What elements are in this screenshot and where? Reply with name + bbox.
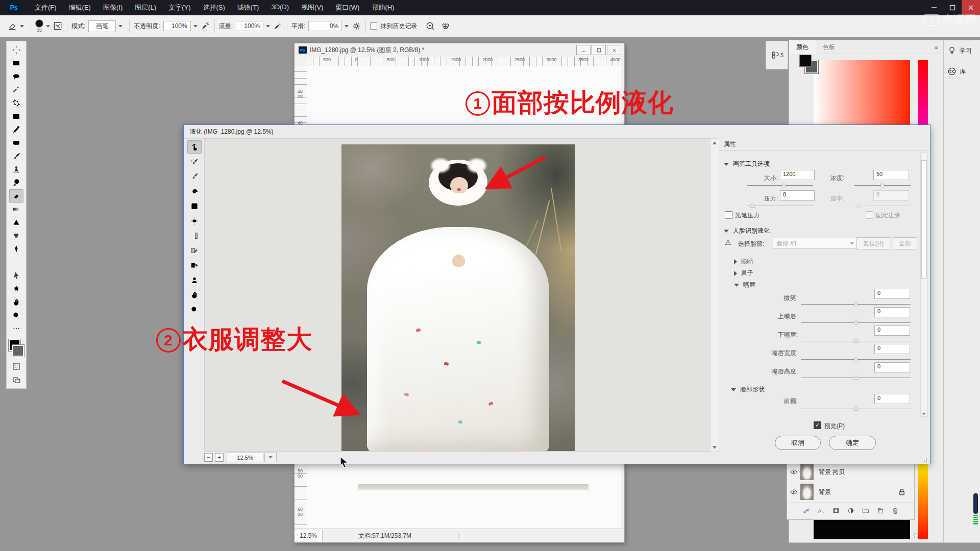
liquify-forward-warp-tool-icon[interactable] [187,140,202,154]
nose-section-header[interactable]: 鼻子 [734,269,753,278]
doc-maximize-icon[interactable] [592,45,606,55]
layer-style-fx-icon[interactable]: fx [817,507,825,515]
pin-edges-checkbox[interactable] [866,211,873,219]
hue-slider-thumb-icon[interactable] [915,533,918,538]
history-brush-tool-icon[interactable] [9,176,23,189]
ok-button[interactable]: 确定 [829,436,876,450]
liquify-push-left-tool-icon[interactable] [187,229,202,242]
rate-slider[interactable] [854,206,911,206]
foreground-background-swatches[interactable] [9,339,24,357]
horizontal-ruler[interactable]: 50005001000150020002500300035004000 [307,57,621,66]
document-title-bar[interactable]: Ps IMG_1280.jpg @ 12.5% (图层 2, RGB/8) * [295,43,624,57]
magic-wand-tool-icon[interactable] [9,83,23,96]
path-select-tool-icon[interactable] [9,269,23,282]
lock-icon[interactable] [897,487,907,497]
scrollbar-handle[interactable] [973,493,978,514]
opacity-caret-icon[interactable] [193,25,198,28]
mouth-slider[interactable] [801,322,911,323]
zoom-level-value[interactable]: 12.5% [227,453,263,462]
mouth-slider-input[interactable]: 0 [874,325,910,336]
more-tools-tool-icon[interactable] [9,322,23,335]
menu-item[interactable]: 帮助(H) [366,1,399,14]
size-slider[interactable] [747,185,813,186]
liquify-photo-preview[interactable] [341,144,575,451]
lasso-tool-icon[interactable] [9,70,23,83]
foreground-color-swatch[interactable] [799,55,812,67]
doc-close-icon[interactable] [607,45,621,55]
airbrush-icon[interactable] [273,21,283,31]
add-mask-icon[interactable] [832,507,840,515]
brush-picker-caret-icon[interactable] [46,25,50,28]
tab-color[interactable]: 颜色 [789,40,816,54]
status-chevron-icon[interactable]: 〉 [457,532,463,540]
menu-item[interactable]: 选择(S) [198,1,230,14]
marquee-tool-icon[interactable] [9,57,23,70]
tool-preset-caret-icon[interactable] [20,25,24,28]
liquify-title-bar[interactable]: 液化 (IMG_1280.jpg @ 12.5%) [184,125,930,139]
properties-scrollbar[interactable] [920,153,928,417]
link-layers-icon[interactable] [802,507,811,515]
tab-swatches[interactable]: 色板 [816,40,842,54]
reset-face-button[interactable]: 复位(R) [856,237,890,249]
layer-name[interactable]: 背景 拷贝 [819,468,845,477]
liquify-thaw-mask-tool-icon[interactable] [187,259,202,272]
liquify-pucker-tool-icon[interactable] [187,199,202,213]
menu-item[interactable]: 文件(F) [30,1,62,14]
symmetry-off-icon[interactable] [425,21,435,31]
liquify-twirl-tool-icon[interactable] [187,185,202,198]
clone-stamp-tool-icon[interactable] [9,163,23,176]
quick-mask-icon[interactable] [9,360,23,373]
brush-options-section-header[interactable]: 画笔工具选项 [724,160,770,168]
visibility-eye-icon[interactable] [787,488,800,496]
mouth-slider-input[interactable]: 0 [874,344,910,354]
zoom-in-button[interactable]: + [215,453,224,462]
face-liquify-section-header[interactable]: 人脸识别液化 [724,227,770,235]
mouth-slider[interactable] [801,341,911,341]
smudge-tool-icon[interactable] [9,229,23,242]
mode-select[interactable]: 画笔 [88,20,116,32]
preview-checkbox[interactable]: ✓ [814,421,821,429]
menu-item[interactable]: 3D(D) [266,1,294,14]
all-faces-button[interactable]: 全部 [893,237,917,249]
smoothing-caret-icon[interactable] [345,25,349,28]
gradient-tool-icon[interactable] [9,203,23,216]
menu-item[interactable]: 图像(I) [98,1,128,14]
libraries-panel-button[interactable]: 库 [944,61,980,82]
smoothing-input[interactable]: 0% [308,21,342,31]
pressure-opacity-icon[interactable] [200,21,210,31]
mouth-section-header[interactable]: 嘴唇 [734,281,755,289]
history-panel-icon[interactable] [770,50,780,60]
move-tool-icon[interactable] [9,43,23,57]
stylus-pressure-checkbox[interactable] [725,211,732,219]
scroll-down-icon[interactable] [713,446,717,449]
eraser-tool-icon[interactable] [7,21,17,31]
visibility-eye-icon[interactable] [787,468,800,476]
pressure-slider[interactable] [747,206,813,206]
mouth-slider-input[interactable]: 0 [874,289,910,299]
new-group-icon[interactable] [862,507,870,515]
frame-tool-icon[interactable] [9,110,23,123]
collapsed-panel-dock[interactable]: 5 [766,41,788,69]
hand-tool-icon[interactable] [9,295,23,309]
density-input[interactable]: 50 [873,170,909,180]
face-shape-section-header[interactable]: 脸部形状 [731,385,765,394]
menu-item[interactable]: 图层(L) [130,1,161,14]
brush-tool-icon[interactable] [9,149,23,163]
symmetry-butterfly-icon[interactable] [440,21,451,31]
liquify-hand-tool-icon[interactable] [187,288,202,302]
mouth-slider[interactable] [801,378,911,378]
status-zoom-value[interactable]: 12.5% [295,530,323,541]
cancel-button[interactable]: 取消 [775,436,821,450]
panel-menu-icon[interactable]: ≡ [934,43,939,51]
liquify-reconstruct-tool-icon[interactable] [187,155,202,168]
zoom-level-caret[interactable] [264,453,277,462]
eraser-tool-icon[interactable] [9,189,23,203]
new-layer-icon[interactable] [876,507,885,515]
liquify-bloat-tool-icon[interactable] [187,214,202,228]
background-color-swatch[interactable] [12,345,24,357]
layer-row-bg-copy[interactable]: 背景 拷贝 [787,462,914,482]
flow-input[interactable]: 100% [236,21,263,31]
scroll-up-icon[interactable] [713,141,717,144]
dialog-resize-grip[interactable] [923,457,928,462]
brush-panel-toggle-icon[interactable] [53,21,63,31]
